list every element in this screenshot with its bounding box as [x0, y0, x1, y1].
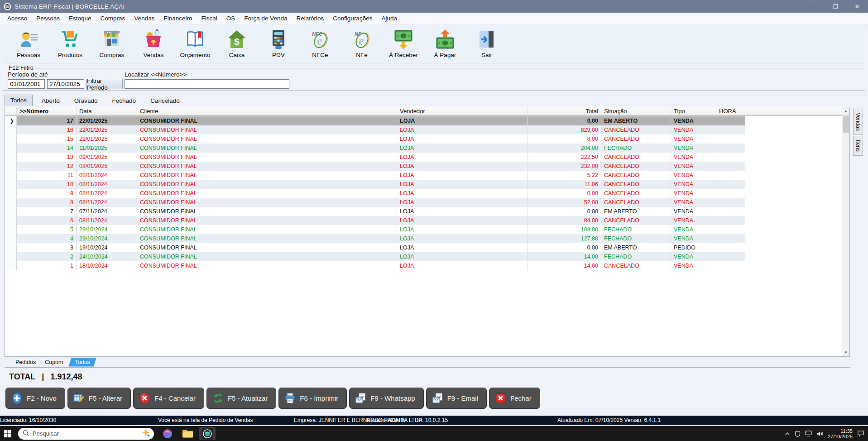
- column-header-data[interactable]: Data: [77, 107, 137, 115]
- table-row[interactable]: 11 08/11/2024 CONSUMIDOR FINAL LOJA 5,22…: [5, 171, 745, 180]
- view-tab[interactable]: Cupom: [41, 358, 67, 367]
- cell-data: 08/11/2024: [77, 180, 137, 189]
- column-header-vendedor[interactable]: Vendedor: [397, 107, 528, 115]
- toolbar-button[interactable]: Vendas: [133, 29, 174, 58]
- table-row[interactable]: 4 29/10/2024 CONSUMIDOR FINAL LOJA 127,8…: [5, 234, 745, 243]
- menu-item[interactable]: Configurações: [328, 13, 377, 24]
- menu-item[interactable]: OS: [222, 13, 240, 24]
- toolbar-button[interactable]: Á Receber: [383, 29, 424, 58]
- side-tab[interactable]: Vendas: [853, 109, 863, 135]
- action-button[interactable]: F9 - Whatsapp: [349, 388, 423, 409]
- cell-hora: [716, 153, 745, 162]
- menu-item[interactable]: Pessoas: [32, 13, 64, 24]
- menu-item[interactable]: Vendas: [129, 13, 159, 24]
- action-button[interactable]: F5 - Atualizar: [206, 388, 276, 409]
- toolbar-button[interactable]: Produtos: [49, 29, 91, 58]
- maximize-button[interactable]: ❐: [825, 0, 846, 13]
- action-button[interactable]: F4 - Cancelar: [133, 388, 204, 409]
- status-tab[interactable]: Todos: [5, 95, 33, 106]
- minimize-button[interactable]: —: [803, 0, 825, 13]
- toolbar-button[interactable]: Pessoas: [8, 29, 49, 58]
- toolbar-button[interactable]: Sair: [466, 29, 508, 58]
- tray-network-icon[interactable]: [805, 431, 812, 436]
- toolbar-button[interactable]: Compras: [91, 29, 133, 58]
- table-row[interactable]: 9 08/11/2024 CONSUMIDOR FINAL LOJA 0,00 …: [5, 189, 745, 198]
- scroll-down-icon[interactable]: ▼: [842, 349, 849, 356]
- action-button[interactable]: F9 - Email: [426, 388, 487, 409]
- menu-item[interactable]: Acesso: [3, 13, 32, 24]
- vertical-scrollbar[interactable]: ▲ ▼: [842, 107, 849, 356]
- action-button[interactable]: F2 - Novo: [5, 388, 65, 409]
- menu-item[interactable]: Ajuda: [377, 13, 402, 24]
- menu-item[interactable]: Estoque: [64, 13, 96, 24]
- tray-security-icon[interactable]: [795, 431, 801, 437]
- erp-app-icon[interactable]: [199, 427, 216, 440]
- menu-item[interactable]: Financeiro: [159, 13, 197, 24]
- toolbar-button[interactable]: NFe NFe: [341, 29, 383, 58]
- notification-center-icon[interactable]: [857, 430, 864, 437]
- table-row[interactable]: 10 08/11/2024 CONSUMIDOR FINAL LOJA 11,0…: [5, 180, 745, 189]
- tray-chevron-up-icon[interactable]: [785, 431, 790, 436]
- filter-period-button[interactable]: Filtrar Período: [86, 79, 123, 89]
- taskbar-clock[interactable]: 11:35 27/10/2025: [828, 428, 853, 439]
- cell-tipo: VENDA: [671, 261, 716, 270]
- copilot-app-icon[interactable]: [159, 427, 176, 440]
- status-tab[interactable]: Cancelado: [145, 96, 185, 106]
- file-explorer-icon[interactable]: [179, 427, 196, 440]
- menu-item[interactable]: Fiscal: [197, 13, 221, 24]
- column-header-numero[interactable]: >>Número: [17, 107, 77, 115]
- cell-cliente: CONSUMIDOR FINAL: [137, 252, 397, 261]
- statusbar-item: Você está na tela de Pedido de Vendas: [158, 417, 253, 423]
- side-tabs: VendasItens: [853, 109, 863, 156]
- status-tab[interactable]: Fechado: [107, 96, 142, 106]
- action-button[interactable]: Fechar: [489, 388, 540, 409]
- table-row[interactable]: 16 22/01/2025 CONSUMIDOR FINAL LOJA 829,…: [5, 125, 745, 134]
- table-row[interactable]: 3 19/10/2024 CONSUMIDOR FINAL LOJA 0,00 …: [5, 243, 745, 252]
- cell-numero: 12: [17, 162, 77, 171]
- scrollbar-thumb[interactable]: [843, 115, 849, 133]
- column-header-total[interactable]: Total: [528, 107, 601, 115]
- table-row[interactable]: 8 08/11/2024 CONSUMIDOR FINAL LOJA 52,00…: [5, 198, 745, 207]
- view-tab[interactable]: Pedidos: [12, 358, 39, 367]
- menu-item[interactable]: Compras: [96, 13, 130, 24]
- column-header-cliente[interactable]: Cliente: [137, 107, 397, 115]
- table-row[interactable]: 13 09/01/2025 CONSUMIDOR FINAL LOJA 222,…: [5, 153, 745, 162]
- column-header-hora[interactable]: HORA: [716, 107, 745, 115]
- close-button[interactable]: ✕: [846, 0, 868, 13]
- toolbar-button[interactable]: Á Pagar: [424, 29, 466, 58]
- cell-hora: [716, 162, 745, 171]
- menu-item[interactable]: Força de Venda: [240, 13, 292, 24]
- start-button[interactable]: [0, 426, 15, 441]
- table-row[interactable]: 1 18/10/2024 CONSUMIDOR FINAL LOJA 14,00…: [5, 261, 745, 270]
- status-tab[interactable]: Gravado: [69, 96, 103, 106]
- scroll-up-icon[interactable]: ▲: [842, 107, 849, 115]
- column-header-tipo[interactable]: Tipo: [671, 107, 716, 115]
- date-from-input[interactable]: 01/01/2001: [8, 79, 45, 89]
- tray-volume-icon[interactable]: [816, 431, 823, 437]
- toolbar-button[interactable]: NFCe NFCe: [299, 29, 341, 58]
- menu-item[interactable]: Relatórios: [292, 13, 329, 24]
- table-row[interactable]: 5 29/10/2024 CONSUMIDOR FINAL LOJA 108,9…: [5, 225, 745, 234]
- statusbar-item: Licenciado: 16/10/2030: [0, 417, 56, 423]
- view-tab[interactable]: Todos: [68, 358, 96, 367]
- date-to-input[interactable]: 27/10/2025: [47, 79, 84, 89]
- toolbar-button[interactable]: $ Caixa: [216, 29, 258, 58]
- column-header-situacao[interactable]: Situação: [601, 107, 671, 115]
- statusbar-item: IP: 10.0.2.15: [417, 417, 448, 423]
- status-tab[interactable]: Aberto: [36, 96, 65, 106]
- table-row[interactable]: 14 11/01/2025 CONSUMIDOR FINAL LOJA 204,…: [5, 144, 745, 153]
- action-button[interactable]: F5 - Alterar: [67, 388, 131, 409]
- action-button[interactable]: F6 - Imprimir: [278, 388, 347, 409]
- table-row[interactable]: 12 08/01/2025 CONSUMIDOR FINAL LOJA 232,…: [5, 162, 745, 171]
- table-row[interactable]: 7 07/11/2024 CONSUMIDOR FINAL LOJA 0,00 …: [5, 207, 745, 216]
- toolbar-button[interactable]: Orçamento: [174, 29, 216, 58]
- table-row[interactable]: 17 22/01/2025 CONSUMIDOR FINAL LOJA 0,00…: [5, 116, 745, 125]
- search-number-input[interactable]: [125, 79, 289, 89]
- taskbar-search[interactable]: Pesquisar: [18, 428, 154, 440]
- row-indicator-cell: [5, 189, 17, 198]
- table-row[interactable]: 15 22/01/2025 CONSUMIDOR FINAL LOJA 8,00…: [5, 134, 745, 144]
- side-tab[interactable]: Itens: [853, 136, 863, 156]
- table-row[interactable]: 6 08/11/2024 CONSUMIDOR FINAL LOJA 84,00…: [5, 216, 745, 225]
- toolbar-button[interactable]: PDV: [258, 29, 299, 58]
- table-row[interactable]: 2 24/10/2024 CONSUMIDOR FINAL LOJA 14,00…: [5, 252, 745, 261]
